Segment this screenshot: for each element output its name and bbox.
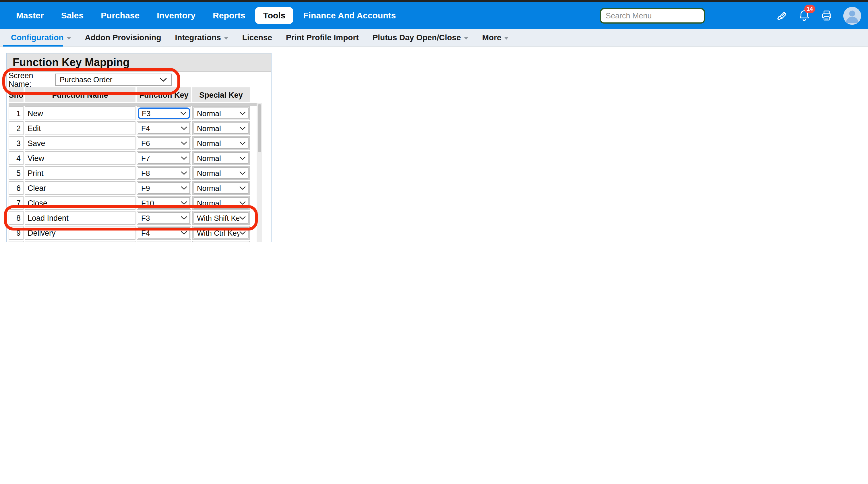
- row-function-name: Save: [25, 136, 135, 150]
- subnav-item-print-profile-import[interactable]: Print Profile Import: [286, 33, 359, 42]
- subnav-item-plutus-day-open-close[interactable]: Plutus Day Open/Close: [373, 33, 468, 42]
- function-key-select[interactable]: F10: [138, 197, 190, 209]
- screen-name-select[interactable]: Purchase Order: [55, 74, 172, 86]
- row-function-name: Formula: [25, 241, 135, 242]
- subnav-label: Configuration: [11, 33, 64, 42]
- chevron-down-icon: [181, 216, 187, 220]
- chevron-down-icon: [464, 36, 468, 39]
- chevron-down-icon: [239, 111, 246, 115]
- panel-title: Function Key Mapping: [7, 53, 271, 72]
- special-key-value: Normal: [197, 169, 239, 177]
- special-key-value: With Shift Key: [197, 213, 239, 222]
- table-row: 10FormulaF6With Ctrl Key: [9, 241, 262, 242]
- function-key-value: F8: [141, 169, 181, 177]
- nav-item-finance-and-accounts[interactable]: Finance And Accounts: [294, 2, 404, 29]
- row-function-key-cell: F7: [136, 151, 191, 165]
- row-function-key-cell: F10: [136, 196, 191, 210]
- table-body: 1NewF3Normal2EditF4Normal3SaveF6Normal4V…: [9, 106, 262, 242]
- function-key-table: Sno Function Name Function Key Special K…: [9, 87, 262, 242]
- row-function-name: Delivery: [25, 226, 135, 240]
- function-key-select[interactable]: F4: [138, 227, 190, 238]
- special-key-select[interactable]: Normal: [193, 167, 249, 179]
- header-sno: Sno: [9, 87, 24, 102]
- row-special-key-cell: Normal: [192, 196, 250, 210]
- nav-item-inventory[interactable]: Inventory: [148, 2, 204, 29]
- row-sno: 4: [9, 151, 24, 165]
- special-key-select[interactable]: Normal: [193, 152, 249, 164]
- subnav-item-more[interactable]: More: [482, 33, 509, 42]
- nav-item-reports[interactable]: Reports: [204, 2, 254, 29]
- row-special-key-cell: With Ctrl Key: [192, 241, 250, 242]
- special-key-value: Normal: [197, 199, 239, 207]
- search-input[interactable]: [600, 8, 705, 23]
- chevron-down-icon: [181, 186, 187, 190]
- window-top-strip: [0, 0, 868, 2]
- brush-icon[interactable]: [776, 9, 787, 22]
- table-row: 9DeliveryF4With Ctrl Key: [9, 226, 262, 240]
- nav-item-tools-active[interactable]: Tools: [255, 7, 293, 24]
- special-key-select[interactable]: Normal: [193, 137, 249, 149]
- subnav-item-configuration[interactable]: Configuration: [11, 33, 71, 42]
- function-key-select[interactable]: F7: [138, 152, 190, 164]
- table-row: 1NewF3Normal: [9, 106, 262, 120]
- table-row: 8Load IndentF3With Shift Key: [9, 211, 262, 225]
- chevron-down-icon: [239, 171, 246, 175]
- active-tab-underline: [3, 45, 63, 47]
- special-key-value: Normal: [197, 184, 239, 192]
- subnav-label: More: [482, 33, 501, 42]
- nav-item-master[interactable]: Master: [7, 2, 53, 29]
- special-key-value: Normal: [197, 124, 239, 133]
- row-special-key-cell: Normal: [192, 136, 250, 150]
- header-function-name: Function Name: [25, 87, 135, 102]
- function-key-value: F4: [141, 228, 181, 237]
- chevron-down-icon: [239, 186, 246, 190]
- row-sno: 9: [9, 226, 24, 240]
- special-key-select[interactable]: With Shift Key: [193, 212, 249, 224]
- user-avatar[interactable]: [843, 7, 861, 24]
- function-key-select[interactable]: F3: [138, 108, 190, 119]
- row-sno: 1: [9, 106, 24, 120]
- row-function-key-cell: F9: [136, 181, 191, 195]
- row-sno: 3: [9, 136, 24, 150]
- sub-navbar: Configuration Addon Provisioning Integra…: [0, 29, 868, 47]
- subnav-label: Plutus Day Open/Close: [373, 33, 461, 42]
- row-function-key-cell: F3: [136, 106, 191, 120]
- function-key-value: F3: [142, 109, 180, 118]
- function-key-select[interactable]: F8: [138, 167, 190, 179]
- chevron-down-icon: [504, 36, 509, 39]
- chevron-down-icon: [181, 171, 187, 175]
- row-function-name: View: [25, 151, 135, 165]
- function-key-select[interactable]: F3: [138, 212, 190, 224]
- header-special-key: Special Key: [192, 87, 250, 102]
- subnav-item-license[interactable]: License: [242, 33, 272, 42]
- subnav-item-integrations[interactable]: Integrations: [175, 33, 228, 42]
- nav-item-purchase[interactable]: Purchase: [92, 2, 148, 29]
- row-special-key-cell: With Ctrl Key: [192, 226, 250, 240]
- function-key-mapping-panel: Function Key Mapping Screen Name: Purcha…: [6, 53, 272, 242]
- function-key-select[interactable]: F4: [138, 122, 190, 134]
- special-key-select[interactable]: Normal: [193, 122, 249, 134]
- function-key-select[interactable]: F9: [138, 182, 190, 194]
- notifications-bell-icon[interactable]: 14: [799, 9, 810, 22]
- row-function-name: Clear: [25, 181, 135, 195]
- row-sno: 10: [9, 241, 24, 242]
- table-scrollbar[interactable]: [257, 103, 262, 242]
- chevron-down-icon: [239, 201, 246, 205]
- special-key-select[interactable]: Normal: [193, 197, 249, 209]
- printer-icon[interactable]: [821, 10, 832, 21]
- special-key-select[interactable]: Normal: [193, 182, 249, 194]
- row-function-name: Print: [25, 166, 135, 180]
- row-sno: 7: [9, 196, 24, 210]
- special-key-select[interactable]: With Ctrl Key: [193, 227, 249, 238]
- scrollbar-thumb[interactable]: [257, 104, 261, 152]
- special-key-select[interactable]: Normal: [193, 108, 249, 119]
- function-key-value: F7: [141, 154, 181, 162]
- subnav-item-addon-provisioning[interactable]: Addon Provisioning: [85, 33, 161, 42]
- chevron-down-icon: [181, 231, 187, 235]
- function-key-value: F4: [141, 124, 181, 133]
- nav-item-sales[interactable]: Sales: [53, 2, 92, 29]
- subnav-label: Integrations: [175, 33, 221, 42]
- function-key-select[interactable]: F6: [138, 137, 190, 149]
- subnav-label: Print Profile Import: [286, 33, 359, 42]
- row-function-key-cell: F8: [136, 166, 191, 180]
